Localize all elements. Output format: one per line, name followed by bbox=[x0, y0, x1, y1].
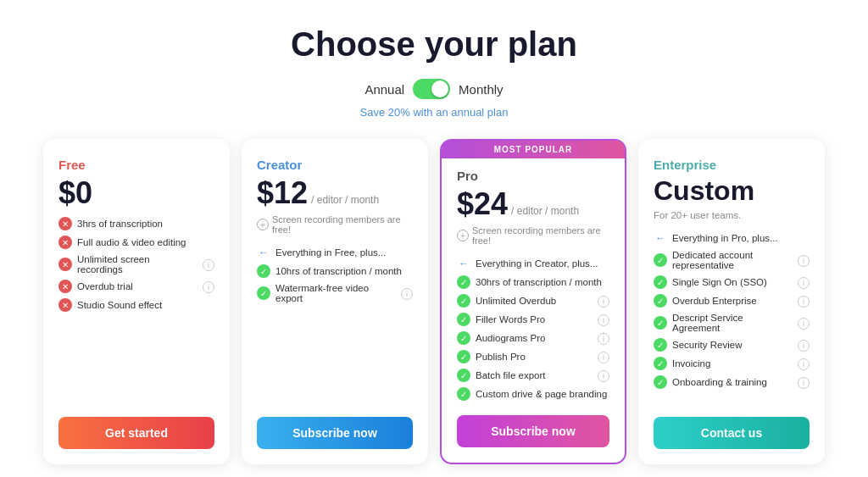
feature-item: ✓Watermark-free video exporti bbox=[257, 280, 413, 306]
feature-item: ✕Unlimited screen recordingsi bbox=[58, 252, 214, 277]
price-row-enterprise: Custom bbox=[654, 175, 810, 207]
feature-icon-x: ✕ bbox=[58, 258, 72, 271]
feature-text: Overdub Enterprise bbox=[672, 296, 757, 306]
for-teams-enterprise: For 20+ user teams. bbox=[654, 210, 810, 220]
feature-info-icon[interactable]: i bbox=[798, 357, 810, 370]
feature-info-icon[interactable]: i bbox=[598, 369, 609, 382]
features-list-pro: ←Everything in Creator, plus...✓30hrs of… bbox=[457, 254, 609, 403]
feature-text: Single Sign On (SSO) bbox=[672, 277, 767, 287]
feature-text: Filler Words Pro bbox=[476, 314, 545, 324]
plan-button-creator[interactable]: Subscribe now bbox=[257, 417, 413, 449]
features-list-enterprise: ←Everything in Pro, plus...✓Dedicated ac… bbox=[654, 229, 810, 405]
feature-icon-check: ✓ bbox=[654, 253, 667, 267]
feature-info-icon[interactable]: i bbox=[798, 316, 810, 330]
feature-item: ✕3hrs of transcription bbox=[58, 214, 214, 233]
feature-item: ✓Overdub Enterprisei bbox=[654, 291, 810, 310]
feature-text: Studio Sound effect bbox=[77, 300, 162, 310]
plan-card-free: Free $0 ✕3hrs of transcription✕Full audi… bbox=[43, 139, 230, 464]
feature-text: Invoicing bbox=[672, 358, 710, 369]
plan-name-enterprise: Enterprise bbox=[654, 158, 810, 172]
feature-item: ✓Descript Service Agreementi bbox=[654, 310, 810, 336]
feature-info-icon[interactable]: i bbox=[401, 286, 413, 300]
feature-item: ✕Overdub triali bbox=[58, 277, 214, 296]
feature-icon-arrow: ← bbox=[257, 246, 270, 259]
feature-item: ✓Audiograms Proi bbox=[457, 329, 609, 347]
plan-name-creator: Creator bbox=[257, 158, 413, 172]
feature-item: ✓Dedicated account representativei bbox=[654, 247, 810, 273]
page-title: Choose your plan bbox=[291, 25, 577, 64]
feature-text: Security Review bbox=[672, 340, 742, 350]
popular-badge: MOST POPULAR bbox=[442, 141, 625, 158]
price-dollar-creator: $12 bbox=[257, 175, 308, 211]
feature-item: ✓Batch file exporti bbox=[457, 366, 609, 385]
feature-info-icon[interactable]: i bbox=[798, 253, 810, 267]
feature-info-icon[interactable]: i bbox=[798, 294, 810, 308]
feature-info-icon[interactable]: i bbox=[798, 375, 810, 389]
feature-icon-arrow: ← bbox=[654, 231, 667, 245]
feature-info-icon[interactable]: i bbox=[598, 331, 609, 345]
feature-icon-check: ✓ bbox=[654, 316, 667, 330]
feature-info-icon[interactable]: i bbox=[203, 280, 214, 293]
feature-info-icon[interactable]: i bbox=[598, 294, 609, 308]
feature-text: Overdub trial bbox=[77, 281, 133, 291]
feature-icon-check: ✓ bbox=[654, 357, 667, 370]
billing-toggle[interactable] bbox=[413, 79, 450, 99]
screen-note-creator: + Screen recording members are free! bbox=[257, 214, 413, 235]
feature-icon-check: ✓ bbox=[654, 294, 667, 308]
feature-item: ✓Unlimited Overdubi bbox=[457, 291, 609, 310]
feature-icon-check: ✓ bbox=[457, 369, 470, 382]
features-list-free: ✕3hrs of transcription✕Full audio & vide… bbox=[58, 214, 214, 405]
feature-icon-check: ✓ bbox=[654, 338, 667, 352]
plan-card-enterprise: Enterprise Custom For 20+ user teams.←Ev… bbox=[638, 139, 825, 464]
price-custom-enterprise: Custom bbox=[654, 175, 754, 207]
feature-text: Audiograms Pro bbox=[476, 333, 545, 343]
feature-item: ←Everything in Pro, plus... bbox=[654, 229, 810, 247]
save-text: Save 20% with an annual plan bbox=[360, 106, 509, 119]
plan-button-free[interactable]: Get started bbox=[58, 417, 214, 449]
feature-info-icon[interactable]: i bbox=[598, 313, 609, 326]
feature-item: ✓Single Sign On (SSO)i bbox=[654, 273, 810, 291]
feature-item: ✓Custom drive & page branding bbox=[457, 385, 609, 403]
feature-icon-check: ✓ bbox=[457, 387, 470, 401]
feature-text: 3hrs of transcription bbox=[77, 219, 163, 229]
feature-icon-arrow: ← bbox=[457, 257, 470, 270]
feature-text: Custom drive & page branding bbox=[476, 389, 607, 399]
feature-info-icon[interactable]: i bbox=[798, 275, 810, 289]
feature-item: ✓10hrs of transcription / month bbox=[257, 262, 413, 280]
annual-label: Annual bbox=[364, 82, 404, 97]
price-row-free: $0 bbox=[58, 175, 214, 211]
feature-text: Unlimited screen recordings bbox=[77, 254, 198, 275]
price-unit-creator: / editor / month bbox=[311, 194, 379, 206]
price-dollar-free: $0 bbox=[58, 175, 92, 211]
billing-toggle-row: Annual Monthly bbox=[364, 79, 503, 99]
features-list-creator: ←Everything in Free, plus...✓10hrs of tr… bbox=[257, 243, 413, 405]
feature-text: Descript Service Agreement bbox=[672, 313, 793, 333]
feature-text: Publish Pro bbox=[476, 352, 526, 362]
feature-item: ✓Publish Proi bbox=[457, 347, 609, 366]
plan-button-pro[interactable]: Subscribe now bbox=[457, 415, 609, 447]
feature-icon-check: ✓ bbox=[257, 286, 270, 300]
plan-name-pro: Pro bbox=[457, 169, 609, 183]
plan-card-pro: MOST POPULARPro $24 / editor / month + S… bbox=[440, 139, 626, 464]
feature-icon-check: ✓ bbox=[257, 264, 270, 278]
feature-icon-x: ✕ bbox=[58, 217, 72, 230]
feature-item: ✓Filler Words Proi bbox=[457, 310, 609, 329]
price-row-pro: $24 / editor / month bbox=[457, 186, 609, 222]
feature-icon-check: ✓ bbox=[457, 313, 470, 326]
feature-text: Everything in Pro, plus... bbox=[672, 233, 778, 243]
feature-icon-check: ✓ bbox=[457, 350, 470, 363]
price-unit-pro: / editor / month bbox=[511, 205, 579, 217]
feature-item: ←Everything in Free, plus... bbox=[257, 243, 413, 262]
feature-icon-x: ✕ bbox=[58, 280, 72, 293]
feature-item: ✓Invoicingi bbox=[654, 354, 810, 373]
price-row-creator: $12 / editor / month bbox=[257, 175, 413, 211]
plan-button-enterprise[interactable]: Contact us bbox=[654, 417, 810, 449]
feature-info-icon[interactable]: i bbox=[798, 338, 810, 352]
feature-info-icon[interactable]: i bbox=[203, 258, 214, 271]
feature-icon-check: ✓ bbox=[457, 275, 470, 289]
feature-info-icon[interactable]: i bbox=[598, 350, 609, 363]
feature-icon-check: ✓ bbox=[457, 331, 470, 345]
feature-icon-check: ✓ bbox=[457, 294, 470, 308]
feature-item: ✕Full audio & video editing bbox=[58, 233, 214, 252]
plus-icon: + bbox=[257, 219, 269, 230]
